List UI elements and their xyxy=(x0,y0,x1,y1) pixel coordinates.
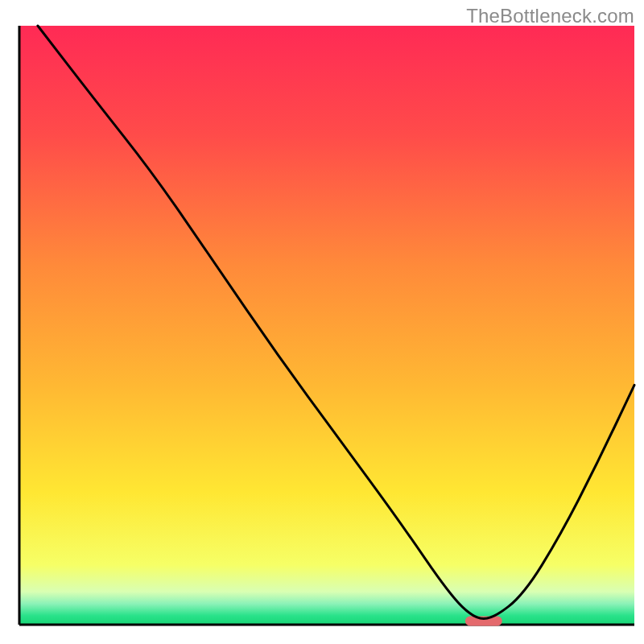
attribution-label: TheBottleneck.com xyxy=(466,5,634,27)
bottleneck-chart: TheBottleneck.com xyxy=(0,0,644,644)
chart-svg xyxy=(0,0,644,644)
plot-background xyxy=(19,26,634,625)
